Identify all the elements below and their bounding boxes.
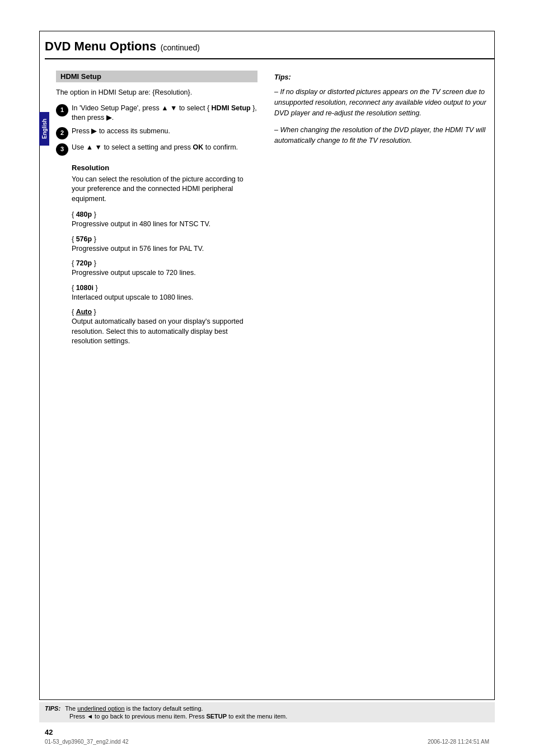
option-1080i-bold: 1080i [76, 284, 93, 292]
ok-label: OK [193, 143, 204, 151]
footer-tips-bar: TIPS: The underlined option is the facto… [39, 702, 495, 722]
step-3-number: 3 [56, 143, 68, 156]
step-1: 1 In 'Video Setup Page', press ▲ ▼ to se… [56, 104, 257, 123]
step-1-number: 1 [56, 104, 68, 116]
option-576p: { 576p } Progressive output in 576 lines… [72, 235, 257, 254]
option-1080i-desc: Interlaced output upscale to 1080 lines. [72, 293, 257, 303]
page-container: English DVD Menu Options (continued) HDM… [0, 0, 534, 756]
option-720p-label: { 720p } [72, 259, 257, 267]
option-480p: { 480p } Progressive output in 480 lines… [72, 211, 257, 230]
print-info-left: 01-53_dvp3960_37_eng2.indd 42 [45, 739, 129, 745]
step-2-text: Press ▶ to access its submenu. [72, 127, 257, 139]
option-1080i: { 1080i } Interlaced output upscale to 1… [72, 284, 257, 303]
footer-tips-line2: Press ◄ to go back to previous menu item… [69, 713, 287, 720]
left-column: HDMI Setup The option in HDMI Setup are:… [56, 71, 257, 352]
tips-section: Tips: – If no display or distorted pictu… [274, 73, 495, 146]
hdmi-setup-label: HDMI Setup [212, 104, 251, 112]
resolution-section: Resolution You can select the resolution… [72, 164, 257, 347]
tip-item-2: – When changing the resolution of the DV… [274, 125, 495, 146]
option-480p-bold: 480p [76, 211, 92, 218]
footer-tips-label: TIPS: [45, 705, 60, 712]
option-auto-bold: Auto [76, 308, 92, 316]
content-columns: HDMI Setup The option in HDMI Setup are:… [56, 71, 495, 352]
footer-underlined-option: underlined option [77, 705, 124, 712]
footer-tips-line1: The underlined option is the factory def… [65, 705, 203, 712]
tips-title: Tips: [274, 73, 495, 81]
footer-tips-row-2: Press ◄ to go back to previous menu item… [45, 713, 489, 720]
step-3: 3 Use ▲ ▼ to select a setting and press … [56, 143, 257, 156]
step-3-text: Use ▲ ▼ to select a setting and press OK… [72, 143, 257, 156]
page-header: DVD Menu Options (continued) [45, 39, 495, 59]
page-number: 42 [45, 728, 53, 736]
page-title-continued: (continued) [161, 43, 200, 52]
right-column: Tips: – If no display or distorted pictu… [274, 71, 495, 352]
option-720p-bold: 720p [76, 259, 92, 267]
resolution-intro: You can select the resolution of the pic… [72, 175, 257, 204]
english-tab: English [39, 112, 49, 146]
tip-item-1: – If no display or distorted pictures ap… [274, 87, 495, 118]
option-576p-label: { 576p } [72, 235, 257, 243]
option-auto-label: { Auto } [72, 308, 257, 316]
border-right [494, 31, 495, 700]
option-auto: { Auto } Output automatically based on y… [72, 308, 257, 347]
option-auto-desc: Output automatically based on your displ… [72, 317, 257, 347]
print-info-right: 2006-12-28 11:24:51 AM [428, 739, 489, 745]
step-2: 2 Press ▶ to access its submenu. [56, 127, 257, 139]
border-top [39, 31, 495, 31]
option-480p-desc: Progressive output in 480 lines for NTSC… [72, 220, 257, 230]
option-576p-desc: Progressive output in 576 lines for PAL … [72, 244, 257, 254]
option-576p-bold: 576p [76, 235, 92, 243]
setup-bold-label: SETUP [206, 713, 227, 720]
option-720p-desc: Progressive output upscale to 720 lines. [72, 268, 257, 278]
page-title-main: DVD Menu Options [45, 39, 156, 53]
option-720p: { 720p } Progressive output upscale to 7… [72, 259, 257, 278]
option-1080i-label: { 1080i } [72, 284, 257, 292]
section-intro: The option in HDMI Setup are: {Resolutio… [56, 88, 257, 98]
border-bottom [39, 699, 495, 700]
option-480p-label: { 480p } [72, 211, 257, 218]
footer-tips-row-1: TIPS: The underlined option is the facto… [45, 705, 489, 712]
step-2-number: 2 [56, 127, 68, 139]
resolution-title: Resolution [72, 164, 257, 172]
hdmi-setup-box: HDMI Setup [56, 71, 257, 82]
step-1-text: In 'Video Setup Page', press ▲ ▼ to sele… [72, 104, 257, 123]
